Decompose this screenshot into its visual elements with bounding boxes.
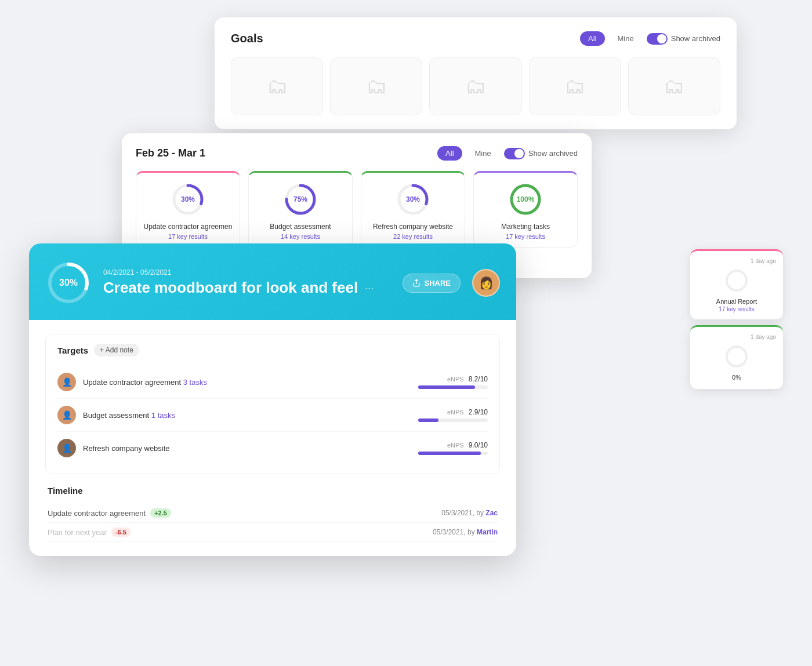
progress-bg-1 xyxy=(418,385,488,389)
metric-value-2: 2.9/10 xyxy=(469,408,488,416)
goals-folder-grid: 🗂 🗂 🗂 🗂 🗂 xyxy=(231,57,720,115)
side-card-2-donut xyxy=(697,344,776,369)
target-avatar-2: 👤 xyxy=(57,406,76,424)
folder-icon-4: 🗂 xyxy=(564,74,585,99)
goals-toggle-label[interactable]: Show archived xyxy=(647,33,720,45)
timeline-left-1: Update contractor agreement +2.5 xyxy=(48,508,171,518)
metric-value-3: 9.0/10 xyxy=(469,441,488,449)
weekly-header: Feb 25 - Mar 1 All Mine Show archived xyxy=(136,146,578,161)
target-row-3: 👤 Refresh company website eNPS 9.0/10 xyxy=(57,432,488,464)
timeline-row-1: Update contractor agreement +2.5 05/3/20… xyxy=(48,504,498,523)
share-button[interactable]: SHARE xyxy=(403,274,461,293)
timeline-author-2: Martin xyxy=(477,528,498,536)
weekly-filter-mine[interactable]: Mine xyxy=(467,146,499,161)
detail-body: Targets + Add note 👤 Update contractor a… xyxy=(29,320,516,556)
timeline-name-2: Plan for next year xyxy=(48,528,107,537)
goals-toggle-text: Show archived xyxy=(671,34,720,43)
targets-header: Targets + Add note xyxy=(57,344,488,356)
progress-fill-2 xyxy=(418,418,438,422)
target-metric-3: eNPS 9.0/10 xyxy=(395,441,488,455)
progress-bg-2 xyxy=(418,418,488,422)
folder-card-4[interactable]: 🗂 xyxy=(529,57,621,115)
share-label: SHARE xyxy=(424,279,451,287)
timeline-title: Timeline xyxy=(48,486,498,496)
goal-card-1-percent: 30% xyxy=(181,195,195,203)
goal-card-2-percent: 75% xyxy=(293,195,307,203)
side-card-2[interactable]: 1 day ago 0% xyxy=(690,325,783,389)
goal-card-4-percent: 100% xyxy=(517,195,535,203)
timeline-left-2: Plan for next year -6.5 xyxy=(48,527,130,537)
goals-filter-buttons: All Mine Show archived xyxy=(580,31,720,46)
weekly-filter-all[interactable]: All xyxy=(437,146,462,161)
detail-percent: 30% xyxy=(59,278,78,288)
goal-card-1-donut: 30% xyxy=(171,182,205,217)
timeline-author-1: Zac xyxy=(485,509,498,517)
target-link-1[interactable]: 3 tasks xyxy=(183,378,207,387)
goal-card-2[interactable]: 75% Budget assessment 14 key results xyxy=(248,171,353,248)
target-name-3: Refresh company website xyxy=(83,444,395,453)
target-metric-1: eNPS 8.2/10 xyxy=(395,375,488,389)
metric-label-3: eNPS xyxy=(447,442,464,449)
goals-filter-all[interactable]: All xyxy=(580,31,604,46)
targets-section: Targets + Add note 👤 Update contractor a… xyxy=(45,334,500,474)
goal-card-4[interactable]: 100% Marketing tasks 17 key results xyxy=(473,171,578,248)
timeline-name-1: Update contractor agreement xyxy=(48,509,146,518)
metric-label-2: eNPS xyxy=(447,409,464,416)
goal-card-3[interactable]: 30% Refresh company website 22 key resul… xyxy=(361,171,465,248)
weekly-archive-toggle[interactable] xyxy=(504,148,525,159)
side-card-1[interactable]: 1 day ago Annual Report 17 key results xyxy=(690,249,783,319)
weekly-toggle-label[interactable]: Show archived xyxy=(504,148,578,159)
target-name-1: Update contractor agreement 3 tasks xyxy=(83,378,395,387)
folder-card-2[interactable]: 🗂 xyxy=(330,57,422,115)
detail-header-info: 04/2/2021 - 05/2/2021 Create moodboard f… xyxy=(103,268,391,297)
goal-card-3-name: Refresh company website xyxy=(373,223,453,231)
timeline-section: Timeline Update contractor agreement +2.… xyxy=(45,486,500,542)
add-note-button[interactable]: + Add note xyxy=(94,344,139,356)
side-card-1-time: 1 day ago xyxy=(697,258,776,264)
side-card-2-name: 0% xyxy=(697,374,776,381)
target-avatar-1: 👤 xyxy=(57,373,76,391)
side-card-1-name: Annual Report xyxy=(697,298,776,305)
goals-panel-header: Goals All Mine Show archived xyxy=(231,31,720,46)
folder-icon-3: 🗂 xyxy=(465,74,486,99)
folder-card-3[interactable]: 🗂 xyxy=(429,57,521,115)
detail-more-icon[interactable]: ··· xyxy=(365,282,374,294)
timeline-right-1: 05/3/2021, by Zac xyxy=(441,509,498,517)
target-row-2: 👤 Budget assessment 1 tasks eNPS 2.9/10 xyxy=(57,399,488,432)
metric-label-1: eNPS xyxy=(447,376,464,383)
goal-card-3-donut: 30% xyxy=(396,182,430,217)
detail-date-range: 04/2/2021 - 05/2/2021 xyxy=(103,268,391,276)
progress-fill-1 xyxy=(418,385,475,389)
goals-filter-mine[interactable]: Mine xyxy=(610,31,642,46)
weekly-filter-buttons: All Mine Show archived xyxy=(437,146,578,161)
timeline-badge-2: -6.5 xyxy=(111,527,130,537)
target-name-2: Budget assessment 1 tasks xyxy=(83,411,395,420)
side-card-1-sub: 17 key results xyxy=(697,306,776,312)
goals-archive-toggle[interactable] xyxy=(647,33,668,45)
folder-icon-1: 🗂 xyxy=(267,74,288,99)
side-card-1-donut xyxy=(697,268,776,293)
goal-card-4-sub: 17 key results xyxy=(506,233,545,240)
goal-card-3-percent: 30% xyxy=(406,195,420,203)
timeline-badge-1: +2.5 xyxy=(150,508,171,518)
goal-card-4-name: Marketing tasks xyxy=(501,223,550,231)
weekly-toggle-text: Show archived xyxy=(528,149,578,158)
goal-card-2-sub: 14 key results xyxy=(281,233,320,240)
goals-title: Goals xyxy=(231,32,263,45)
folder-icon-2: 🗂 xyxy=(366,74,387,99)
folder-icon-5: 🗂 xyxy=(664,74,684,99)
folder-card-5[interactable]: 🗂 xyxy=(628,57,720,115)
goal-card-1[interactable]: 30% Update contractor agreemen 17 key re… xyxy=(136,171,240,248)
goal-cards-row: 30% Update contractor agreemen 17 key re… xyxy=(136,171,578,248)
timeline-row-2: Plan for next year -6.5 05/3/2021, by Ma… xyxy=(48,523,498,542)
target-metric-2: eNPS 2.9/10 xyxy=(395,408,488,422)
folder-card-1[interactable]: 🗂 xyxy=(231,57,323,115)
metric-value-1: 8.2/10 xyxy=(469,375,488,383)
detail-header: 30% 04/2/2021 - 05/2/2021 Create moodboa… xyxy=(29,243,516,320)
timeline-right-2: 05/3/2021, by Martin xyxy=(433,528,498,536)
target-link-2[interactable]: 1 tasks xyxy=(151,411,175,420)
goal-card-1-name: Update contractor agreemen xyxy=(144,223,233,231)
goal-card-1-sub: 17 key results xyxy=(168,233,208,240)
goals-panel: Goals All Mine Show archived 🗂 🗂 🗂 🗂 🗂 xyxy=(215,17,737,129)
progress-bg-3 xyxy=(418,452,488,455)
